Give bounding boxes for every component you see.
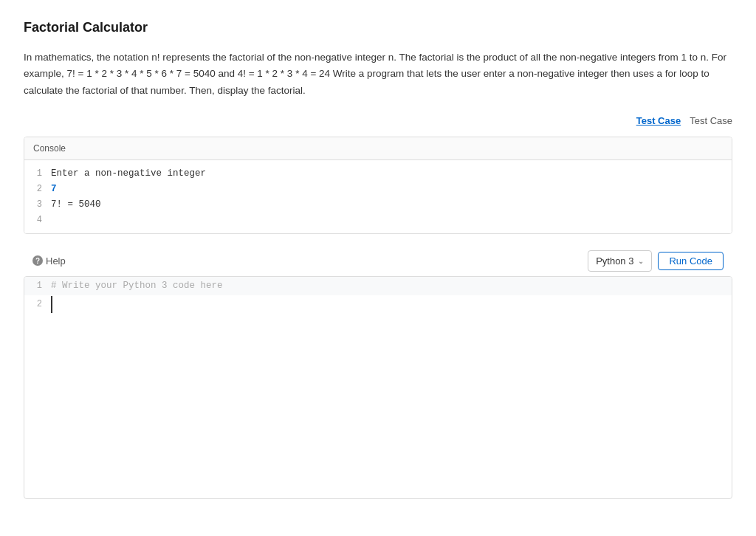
editor-line-2: 2 — [24, 295, 732, 314]
console-line-2: 2 7 — [24, 182, 732, 197]
console-body: 1 Enter a non-negative integer 2 7 3 7! … — [24, 160, 732, 233]
toolbar-right: Python 3 ⌄ Run Code — [588, 250, 724, 272]
editor-code-1: # Write your Python 3 code here — [51, 278, 223, 295]
code-editor-area[interactable]: 1 # Write your Python 3 code here 2 — [24, 276, 732, 499]
line-number-2: 2 — [24, 182, 51, 196]
chevron-down-icon: ⌄ — [638, 255, 644, 267]
line-number-3: 3 — [24, 198, 51, 211]
console-text-1: Enter a non-negative integer — [51, 167, 206, 181]
help-label: Help — [46, 254, 66, 269]
run-code-button[interactable]: Run Code — [658, 252, 724, 270]
console-section: Console 1 Enter a non-negative integer 2… — [24, 137, 732, 233]
editor-body[interactable]: 1 # Write your Python 3 code here 2 — [24, 277, 732, 498]
editor-line-number-1: 1 — [24, 278, 51, 294]
editor-code-2 — [51, 296, 58, 313]
page-description: In mathematics, the notation n! represen… — [24, 49, 732, 99]
console-line-1: 1 Enter a non-negative integer — [24, 166, 732, 182]
line-number-1: 1 — [24, 167, 51, 180]
line-number-4: 4 — [24, 213, 51, 227]
language-select[interactable]: Python 3 ⌄ — [588, 250, 652, 272]
editor-line-1: 1 # Write your Python 3 code here — [24, 277, 732, 295]
help-icon: ? — [32, 255, 43, 266]
console-line-3: 3 7! = 5040 — [24, 197, 732, 213]
test-case-row: Test Case Test Case — [24, 114, 732, 128]
page-title: Factorial Calculator — [24, 18, 732, 38]
test-case-active[interactable]: Test Case — [636, 114, 681, 128]
editor-line-number-2: 2 — [24, 296, 51, 312]
console-line-4: 4 — [24, 213, 732, 227]
language-label: Python 3 — [596, 254, 633, 269]
console-text-3: 7! = 5040 — [51, 198, 101, 212]
help-button[interactable]: ? Help — [32, 254, 66, 269]
editor-toolbar: ? Help Python 3 ⌄ Run Code — [24, 246, 732, 277]
console-text-2: 7 — [51, 182, 57, 196]
test-case-inactive[interactable]: Test Case — [690, 114, 732, 128]
console-label: Console — [24, 137, 732, 160]
